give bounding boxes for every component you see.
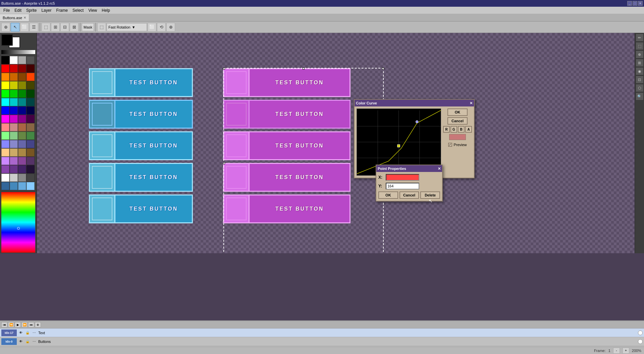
color-curve-ok[interactable]: OK (447, 108, 468, 116)
palette-cell[interactable] (18, 157, 26, 165)
timeline-play[interactable]: ▶ (15, 322, 21, 327)
right-tool-6[interactable]: ⊡ (636, 76, 644, 84)
blue-btn-1[interactable]: TEST BUTTON (89, 68, 193, 97)
minimize-button[interactable]: _ (627, 1, 632, 6)
menu-sprite[interactable]: Sprite (24, 7, 39, 13)
marquee-2[interactable]: ⊞ (51, 23, 60, 32)
mask-dropdown[interactable]: Mask (82, 23, 94, 31)
canvas-area[interactable]: TEST BUTTON TEST BUTTON TEST BUTTON (37, 33, 635, 253)
palette-cell[interactable] (26, 64, 35, 73)
point-props-close[interactable]: ✕ (438, 167, 441, 171)
palette-cell[interactable] (10, 56, 18, 64)
channel-a[interactable]: A (465, 126, 472, 133)
palette-cell[interactable] (18, 182, 26, 190)
point-ok-button[interactable]: OK (378, 191, 398, 199)
file-tab-close[interactable]: ✕ (23, 16, 26, 19)
marquee-3[interactable]: ⊟ (60, 23, 69, 32)
palette-cell[interactable] (10, 73, 18, 81)
palette-cell[interactable] (26, 148, 35, 157)
palette-cell[interactable] (26, 115, 35, 123)
menu-view[interactable]: View (86, 7, 99, 13)
palette-cell[interactable] (10, 106, 18, 115)
channel-g[interactable]: G (450, 126, 457, 133)
palette-cell[interactable] (1, 115, 9, 123)
pink-btn-1[interactable]: TEST BUTTON (223, 68, 351, 97)
palette-cell[interactable] (26, 56, 35, 64)
palette-cell[interactable] (26, 182, 35, 190)
palette-cell[interactable] (18, 73, 26, 81)
sel-handle-tr[interactable] (382, 68, 384, 70)
color-curve-close[interactable]: ✕ (470, 101, 473, 105)
palette-cell[interactable] (10, 140, 18, 148)
shade-bar[interactable] (1, 50, 35, 54)
palette-cell[interactable] (10, 64, 18, 73)
crop-tool-button[interactable]: ⬜ (20, 23, 29, 32)
palette-cell[interactable] (1, 81, 9, 89)
palette-cell[interactable] (1, 56, 9, 64)
palette-cell[interactable] (18, 148, 26, 157)
layer-buttons-row[interactable]: Idx-0 👁 🔒 ⋯ Buttons (0, 337, 644, 346)
maximize-button[interactable]: □ (633, 1, 637, 6)
layer-text-row[interactable]: Idx-17 👁 🔒 ⋯ Text (0, 328, 644, 337)
palette-cell[interactable] (26, 106, 35, 115)
pink-btn-3[interactable]: TEST BUTTON (223, 131, 351, 160)
palette-cell[interactable] (18, 174, 26, 182)
preview-checkbox[interactable]: ✓ (448, 143, 452, 147)
palette-cell[interactable] (1, 140, 9, 148)
palette-cell[interactable] (10, 123, 18, 131)
palette-cell[interactable] (18, 165, 26, 173)
palette-cell[interactable] (26, 174, 35, 182)
palette-cell[interactable] (10, 174, 18, 182)
timeline-next[interactable]: ⏩ (21, 322, 28, 327)
menu-frame[interactable]: Frame (54, 7, 70, 13)
foreground-color[interactable] (1, 34, 13, 46)
menu-help[interactable]: Help (100, 7, 112, 13)
right-tool-7[interactable]: ⬡ (636, 84, 644, 92)
file-tab-buttons[interactable]: Buttons.ase ✕ (0, 14, 29, 21)
transform-2[interactable]: ⟲ (157, 23, 166, 32)
palette-cell[interactable] (1, 123, 9, 131)
right-tool-3[interactable]: ⊕ (636, 50, 644, 58)
channel-r[interactable]: R (443, 126, 450, 133)
point-cancel-button[interactable]: Cancel (399, 191, 419, 199)
menu-select[interactable]: Select (70, 7, 86, 13)
palette-cell[interactable] (26, 165, 35, 173)
palette-cell[interactable] (10, 81, 18, 89)
palette-cell[interactable] (1, 132, 9, 140)
palette-cell[interactable] (18, 140, 26, 148)
palette-cell[interactable] (10, 90, 18, 98)
new-layer-button[interactable]: ⊕ (1, 23, 10, 32)
right-tool-1[interactable]: ✏ (636, 34, 644, 42)
palette-cell[interactable] (18, 98, 26, 106)
select-tool-button[interactable]: ↖ (11, 23, 19, 32)
palette-cell[interactable] (10, 182, 18, 190)
frame-next-button[interactable]: + (623, 348, 629, 354)
palette-cell[interactable] (10, 132, 18, 140)
right-tool-2[interactable]: ⬚ (636, 42, 644, 50)
layer-text-visible-icon[interactable]: 👁 (18, 330, 23, 336)
right-tool-5[interactable]: ◉ (636, 67, 644, 75)
palette-cell[interactable] (1, 64, 9, 73)
frame-prev-button[interactable]: - (613, 348, 620, 354)
channel-b[interactable]: B (458, 126, 465, 133)
palette-cell[interactable] (10, 157, 18, 165)
blue-btn-2[interactable]: TEST BUTTON (89, 100, 193, 129)
point-delete-button[interactable]: Delete (420, 191, 440, 199)
blue-btn-3[interactable]: TEST BUTTON (89, 131, 193, 160)
palette-cell[interactable] (26, 123, 35, 131)
right-tool-4[interactable]: ⊞ (636, 59, 644, 67)
palette-cell[interactable] (18, 56, 26, 64)
flip-h-button[interactable]: ⬚ (97, 23, 106, 32)
timeline-prev[interactable]: ⏪ (8, 322, 14, 327)
palette-cell[interactable] (1, 73, 9, 81)
palette-cell[interactable] (1, 148, 9, 157)
timeline-first[interactable]: ⏮ (1, 322, 7, 327)
palette-cell[interactable] (1, 106, 9, 115)
palette-cell[interactable] (18, 132, 26, 140)
pink-btn-2[interactable]: TEST BUTTON (223, 100, 351, 129)
palette-cell[interactable] (10, 148, 18, 157)
y-input[interactable] (386, 183, 419, 189)
palette-cell[interactable] (10, 165, 18, 173)
timeline-last[interactable]: ⏭ (28, 322, 34, 327)
palette-cell[interactable] (18, 64, 26, 73)
